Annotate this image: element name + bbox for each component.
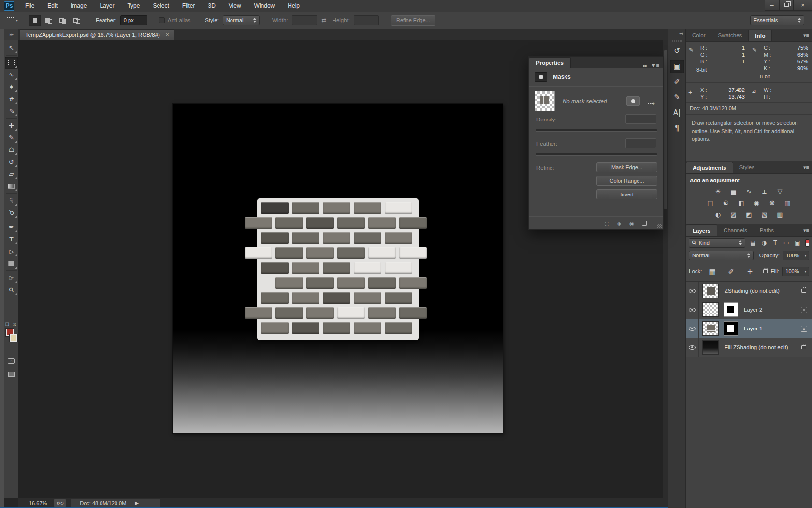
filter-adjustment-layers-icon[interactable]: ◑ [760, 239, 768, 247]
hand-tool[interactable]: ☞ [5, 272, 18, 284]
feather-input[interactable] [625, 138, 656, 148]
layer-mask-thumbnail[interactable] [724, 321, 738, 336]
levels-icon[interactable]: ▅ [727, 186, 740, 196]
rectangle-tool[interactable] [5, 257, 18, 269]
threshold-icon[interactable]: ◩ [743, 209, 755, 220]
tab-properties[interactable]: Properties [529, 57, 571, 68]
tab-info[interactable]: Info [748, 30, 772, 41]
scrollbar-thumb[interactable] [664, 50, 667, 209]
tool-preset-picker[interactable]: ▾ [7, 17, 18, 23]
minimize-button[interactable]: – [765, 0, 779, 11]
opacity-input[interactable]: 100%▾ [783, 251, 809, 260]
lock-transparency-icon[interactable]: ▦ [705, 265, 720, 279]
invert-icon[interactable]: ◐ [712, 209, 725, 220]
restore-button[interactable] [779, 0, 794, 11]
layer-thumbnail[interactable] [702, 321, 719, 336]
filter-shape-layers-icon[interactable]: ▭ [783, 239, 790, 247]
layer-visibility-toggle[interactable] [686, 319, 699, 338]
refine-edge-button[interactable]: Refine Edge... [391, 15, 435, 26]
history-panel-icon[interactable]: ↺ [670, 44, 684, 58]
vertical-scrollbar[interactable] [663, 40, 668, 498]
feather-input[interactable]: 0 px [120, 15, 147, 25]
mask-edge-button[interactable]: Mask Edge... [596, 162, 657, 172]
layer-row-layer-2[interactable]: Layer 2 [686, 300, 812, 319]
hue-saturation-icon[interactable]: ▤ [704, 197, 717, 208]
tab-channels[interactable]: Channels [717, 224, 754, 236]
canvas[interactable] [173, 104, 503, 433]
posterize-icon[interactable]: ▨ [727, 209, 740, 220]
layer-visibility-toggle[interactable] [686, 282, 699, 300]
sync-status-icon[interactable]: ⚙↻ [54, 499, 66, 507]
properties-panel-icon[interactable]: ▣ [670, 60, 684, 73]
character-panel-icon[interactable]: A| [670, 106, 684, 120]
panel-menu-icon[interactable]: ▾≡ [803, 164, 809, 171]
brush-tool[interactable]: ✎ [5, 132, 18, 144]
tab-layers[interactable]: Layers [686, 224, 717, 236]
anti-alias-checkbox[interactable] [159, 17, 165, 23]
gradient-tool[interactable] [5, 180, 18, 192]
swap-colors-icon[interactable]: ⤨ [13, 322, 16, 327]
tab-styles[interactable]: Styles [733, 162, 761, 173]
feather-slider[interactable] [536, 153, 657, 155]
rectangular-marquee-tool[interactable] [5, 57, 18, 69]
selection-mode-add-button[interactable] [43, 15, 55, 26]
menu-filter[interactable]: Filter [182, 2, 195, 9]
color-balance-icon[interactable]: ☯ [720, 197, 732, 208]
screen-mode-button[interactable] [4, 369, 18, 379]
selection-mode-intersect-button[interactable] [71, 15, 83, 26]
menu-layer[interactable]: Layer [100, 2, 114, 9]
menu-help[interactable]: Help [288, 2, 300, 9]
type-tool[interactable]: T [5, 233, 18, 245]
lock-position-icon[interactable]: + [743, 265, 757, 279]
menu-edit[interactable]: Edit [47, 2, 58, 9]
height-input[interactable] [354, 15, 379, 25]
tools-collapse-button[interactable]: ▸▸ [4, 29, 18, 40]
layer-row-zshading-do-not-edit-[interactable]: ZShading (do not edit) [686, 282, 812, 300]
tab-swatches[interactable]: Swatches [711, 30, 748, 41]
color-range-button[interactable]: Color Range... [596, 176, 657, 186]
layer-mask-thumbnail[interactable] [724, 302, 738, 317]
background-color-swatch[interactable] [10, 334, 17, 342]
clone-stamp-tool[interactable]: ☖ [5, 144, 18, 156]
default-colors-icon[interactable]: ❏ [5, 322, 9, 327]
vibrance-icon[interactable]: ▽ [774, 186, 786, 196]
menu-file[interactable]: File [25, 2, 34, 9]
density-slider[interactable] [536, 129, 657, 131]
doc-size-strip[interactable]: Doc: 48.0M/120.0M ▶ [71, 499, 160, 507]
exposure-icon[interactable]: ± [758, 186, 771, 196]
pen-tool[interactable]: ✒ [5, 221, 18, 233]
apply-mask-icon[interactable]: ◈ [617, 220, 621, 227]
paragraph-panel-icon[interactable]: ¶ [670, 121, 684, 135]
close-tab-icon[interactable]: × [166, 31, 169, 38]
menu-image[interactable]: Image [71, 2, 87, 9]
filter-toggle[interactable] [805, 239, 809, 247]
resize-grip[interactable] [657, 224, 662, 228]
tab-adjustments[interactable]: Adjustments [686, 162, 733, 173]
dodge-tool[interactable]: ⚲ [5, 207, 18, 219]
panel-menu-icon[interactable]: ▾≡ [803, 227, 809, 234]
fill-input[interactable]: 100%▾ [782, 267, 809, 276]
tool-presets-panel-icon[interactable]: ✐ [670, 75, 684, 89]
filter-pixel-layers-icon[interactable]: ▤ [749, 239, 757, 247]
status-menu-arrow-icon[interactable]: ▶ [135, 500, 139, 506]
width-input[interactable] [292, 15, 317, 25]
swap-dimensions-icon[interactable]: ⇄ [322, 17, 327, 24]
style-select[interactable]: Normal [223, 15, 260, 25]
eyedropper-tool[interactable]: ✐ [5, 105, 18, 117]
blend-mode-select[interactable]: Normal [689, 251, 754, 260]
zoom-tool[interactable]: ⚲ [5, 284, 18, 296]
add-vector-mask-button[interactable] [644, 96, 657, 106]
layer-row-layer-1[interactable]: Layer 1 [686, 319, 812, 338]
lasso-tool[interactable]: ∿ [5, 69, 18, 81]
select-pixel-mask-button[interactable] [626, 96, 640, 106]
document-tab[interactable]: TempZAppLinkExport.psd @ 16.7% (Layer 1,… [20, 29, 174, 40]
menu-3d[interactable]: 3D [208, 2, 215, 9]
lock-all-icon[interactable] [763, 269, 768, 273]
close-button[interactable]: × [794, 0, 812, 11]
quick-mask-button[interactable]: ◌ [4, 356, 18, 366]
disable-mask-icon[interactable]: ◉ [629, 220, 634, 227]
menu-window[interactable]: Window [254, 2, 275, 9]
selection-mode-new-button[interactable] [29, 15, 41, 26]
tab-color[interactable]: Color [686, 30, 711, 41]
photo-filter-icon[interactable]: ◉ [751, 197, 763, 208]
